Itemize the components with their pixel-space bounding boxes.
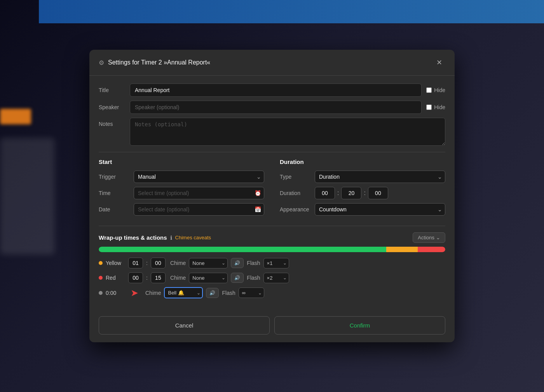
trigger-select[interactable]: Manual Automatic On Start bbox=[134, 171, 264, 183]
zero-flash-label: Flash bbox=[222, 290, 235, 296]
start-section-title: Start bbox=[99, 159, 264, 165]
duration-row: Duration : : bbox=[280, 187, 445, 199]
speaker-hide-row: Hide bbox=[426, 104, 445, 110]
yellow-chime-select[interactable]: None Bell 🔔 Ding Beep bbox=[189, 258, 228, 268]
wrapup-title-row: Wrap-up times & actions ℹ Chimes caveats bbox=[99, 234, 211, 241]
title-row: Title Hide bbox=[99, 84, 445, 97]
red-label: Red bbox=[106, 275, 125, 281]
red-sep: : bbox=[146, 275, 148, 281]
progress-bar bbox=[99, 247, 445, 252]
actions-button[interactable]: Actions ⌄ bbox=[413, 232, 445, 243]
wrapup-title: Wrap-up times & actions bbox=[99, 234, 167, 241]
red-chime-select[interactable]: None Bell 🔔 Ding Beep bbox=[189, 273, 228, 283]
dialog-title-row: ⚙ Settings for Timer 2 »Annual Report« bbox=[99, 59, 210, 66]
yellow-dot bbox=[99, 261, 103, 265]
dialog-title: Settings for Timer 2 »Annual Report« bbox=[108, 59, 210, 66]
title-hide-row: Hide bbox=[426, 87, 445, 93]
red-flash-select[interactable]: ×1 ×2 ×3 ∞ bbox=[263, 273, 289, 283]
red-sound-button[interactable]: 🔊 bbox=[231, 273, 244, 283]
yellow-row: Yellow : Chime None Bell 🔔 Ding Beep 🔊 F… bbox=[99, 258, 445, 268]
time-input-wrapper: ⏰ bbox=[134, 187, 264, 199]
type-row: Type Duration End Time Open End bbox=[280, 171, 445, 183]
duration-section: Duration Type Duration End Time Open End… bbox=[280, 159, 445, 220]
red-chime-label: Chime bbox=[170, 275, 186, 281]
speaker-hide-checkbox[interactable] bbox=[426, 105, 432, 110]
date-row: Date 📅 bbox=[99, 203, 264, 216]
appearance-select[interactable]: Countdown Count Up Time of Day bbox=[315, 203, 445, 216]
title-hide-label: Hide bbox=[434, 87, 445, 93]
yellow-seconds[interactable] bbox=[151, 258, 166, 268]
time-label: Time bbox=[99, 190, 130, 196]
speaker-input[interactable] bbox=[130, 101, 422, 114]
appearance-row: Appearance Countdown Count Up Time of Da… bbox=[280, 203, 445, 216]
progress-yellow bbox=[386, 247, 417, 252]
settings-dialog: ⚙ Settings for Timer 2 »Annual Report« ✕… bbox=[89, 50, 455, 342]
trigger-label: Trigger bbox=[99, 174, 130, 180]
duration-label: Duration bbox=[280, 190, 311, 196]
yellow-flash-label: Flash bbox=[247, 260, 260, 266]
appearance-select-wrapper: Countdown Count Up Time of Day bbox=[315, 203, 445, 216]
type-label: Type bbox=[280, 174, 311, 180]
actions-chevron: ⌄ bbox=[436, 235, 440, 240]
yellow-chime-select-wrapper: None Bell 🔔 Ding Beep bbox=[189, 258, 228, 268]
red-minutes[interactable] bbox=[128, 272, 143, 283]
chimes-caveats-link[interactable]: Chimes caveats bbox=[175, 235, 211, 240]
red-flash-select-wrapper: ×1 ×2 ×3 ∞ bbox=[263, 273, 289, 283]
speaker-row: Speaker Hide bbox=[99, 101, 445, 114]
date-input-wrapper: 📅 bbox=[134, 203, 264, 216]
progress-green bbox=[99, 247, 386, 252]
wrapup-header: Wrap-up times & actions ℹ Chimes caveats… bbox=[99, 232, 445, 243]
speaker-hide-label: Hide bbox=[434, 104, 445, 110]
date-input[interactable] bbox=[134, 203, 264, 216]
duration-seconds[interactable] bbox=[368, 187, 388, 199]
zero-chime-select-wrapper: None Bell 🔔 Ding Beep bbox=[164, 287, 203, 298]
red-flash-label: Flash bbox=[247, 275, 260, 281]
title-hide-checkbox[interactable] bbox=[426, 87, 432, 93]
start-duration-section: Start Trigger Manual Automatic On Start … bbox=[99, 159, 445, 220]
actions-label: Actions bbox=[418, 235, 434, 240]
zero-chime-label: Chime bbox=[145, 290, 161, 296]
red-chime-select-wrapper: None Bell 🔔 Ding Beep bbox=[189, 273, 228, 283]
yellow-label: Yellow bbox=[106, 260, 125, 266]
date-label: Date bbox=[99, 206, 130, 213]
zero-row: 0:00 ➤ Chime None Bell 🔔 Ding Beep 🔊 Fla… bbox=[99, 287, 445, 298]
yellow-flash-select[interactable]: ×1 ×2 ×3 ∞ bbox=[263, 258, 289, 268]
type-select[interactable]: Duration End Time Open End bbox=[315, 171, 445, 183]
zero-dot bbox=[99, 291, 103, 295]
zero-flash-select[interactable]: ×1 ×2 ×3 ∞ bbox=[239, 287, 264, 298]
zero-label: 0:00 bbox=[106, 290, 125, 296]
yellow-sound-button[interactable]: 🔊 bbox=[231, 258, 244, 268]
divider-2 bbox=[99, 226, 445, 226]
yellow-minutes[interactable] bbox=[128, 258, 143, 268]
trigger-row: Trigger Manual Automatic On Start bbox=[99, 171, 264, 183]
title-label: Title bbox=[99, 87, 125, 93]
yellow-flash-select-wrapper: ×1 ×2 ×3 ∞ bbox=[263, 258, 289, 268]
progress-red bbox=[418, 247, 445, 252]
title-input[interactable] bbox=[130, 84, 422, 97]
time-inputs: : : bbox=[315, 187, 388, 199]
start-section: Start Trigger Manual Automatic On Start … bbox=[99, 159, 264, 220]
bg-orange-accent bbox=[0, 109, 31, 124]
bg-blue-bar bbox=[39, 0, 544, 23]
duration-minutes[interactable] bbox=[341, 187, 361, 199]
yellow-chime-label: Chime bbox=[170, 260, 186, 266]
close-button[interactable]: ✕ bbox=[433, 57, 445, 68]
red-row: Red : Chime None Bell 🔔 Ding Beep 🔊 Flas… bbox=[99, 272, 445, 283]
cancel-button[interactable]: Cancel bbox=[99, 316, 270, 335]
notes-textarea[interactable] bbox=[130, 118, 445, 146]
red-dot bbox=[99, 276, 103, 280]
bg-blur-left bbox=[0, 138, 54, 254]
notes-label: Notes bbox=[99, 118, 125, 127]
zero-chime-select[interactable]: None Bell 🔔 Ding Beep bbox=[164, 287, 203, 298]
time-row: Time ⏰ bbox=[99, 187, 264, 199]
duration-hours[interactable] bbox=[315, 187, 335, 199]
yellow-sep: : bbox=[146, 260, 148, 266]
dialog-footer: Cancel Confirm bbox=[89, 310, 455, 342]
red-seconds[interactable] bbox=[151, 272, 166, 283]
time-input[interactable] bbox=[134, 187, 264, 199]
zero-flash-select-wrapper: ×1 ×2 ×3 ∞ bbox=[239, 287, 264, 298]
red-arrow-icon: ➤ bbox=[131, 287, 138, 298]
zero-sound-button[interactable]: 🔊 bbox=[206, 288, 219, 298]
confirm-button[interactable]: Confirm bbox=[274, 316, 445, 335]
info-icon[interactable]: ℹ bbox=[170, 235, 172, 241]
